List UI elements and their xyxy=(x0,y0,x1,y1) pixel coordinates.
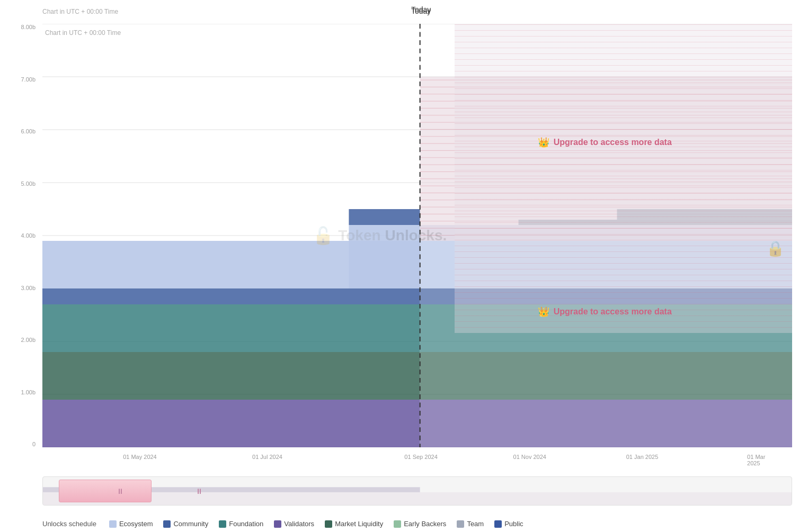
y-label-3: 3.00b xyxy=(21,285,35,291)
legend-dot-early-backers xyxy=(394,520,401,528)
legend-item-team: Team xyxy=(457,520,484,528)
scrollbar-area[interactable]: ⏸ ⏸ xyxy=(42,476,792,506)
svg-rect-11 xyxy=(42,304,420,352)
svg-rect-31 xyxy=(59,480,792,505)
y-label-1: 1.00b xyxy=(21,389,35,395)
legend-item-market-liquidity: Market Liquidity xyxy=(325,520,383,528)
legend-label-ecosystem: Ecosystem xyxy=(119,520,153,528)
crown-icon-bottom: 👑 xyxy=(538,306,549,318)
legend-label-early-backers: Early Backers xyxy=(404,520,446,528)
svg-rect-10 xyxy=(42,352,420,400)
x-label-sep: 01 Sep 2024 xyxy=(404,454,437,460)
scrollbar-thumb[interactable]: ⏸ ⏸ xyxy=(59,480,152,502)
chart-subtitle: Chart in UTC + 00:00 Time xyxy=(42,8,118,15)
scroll-handle-left[interactable]: ⏸ xyxy=(117,487,124,495)
svg-rect-9 xyxy=(42,400,420,447)
legend-item-ecosystem: Ecosystem xyxy=(109,520,153,528)
upgrade-message-top[interactable]: 👑 Upgrade to access more data xyxy=(538,137,672,148)
svg-rect-16 xyxy=(420,400,792,447)
upgrade-message-bottom[interactable]: 👑 Upgrade to access more data xyxy=(538,306,672,318)
x-label-may: 01 May 2024 xyxy=(123,454,157,460)
legend-label-community: Community xyxy=(173,520,208,528)
legend-label-market-liquidity: Market Liquidity xyxy=(335,520,383,528)
upgrade-text-top: Upgrade to access more data xyxy=(554,138,672,147)
legend-dot-public xyxy=(494,520,502,528)
legend-dot-foundation xyxy=(219,520,226,528)
legend-dot-ecosystem xyxy=(109,520,117,528)
legend-dot-validators xyxy=(274,520,281,528)
upgrade-text-bottom: Upgrade to access more data xyxy=(554,307,672,317)
svg-rect-15 xyxy=(349,209,420,225)
chart-area: Today Chart in UTC + 00:00 Time xyxy=(42,24,792,447)
legend-label-foundation: Foundation xyxy=(229,520,263,528)
svg-rect-17 xyxy=(420,352,792,400)
svg-rect-12 xyxy=(42,288,420,304)
x-label-nov: 01 Nov 2024 xyxy=(513,454,546,460)
x-label-jul: 01 Jul 2024 xyxy=(252,454,282,460)
legend-label-public: Public xyxy=(504,520,523,528)
y-label-5: 5.00b xyxy=(21,181,35,187)
legend-dot-team xyxy=(457,520,464,528)
legend-label-validators: Validators xyxy=(284,520,314,528)
today-label-inner: Today xyxy=(411,7,431,15)
crown-icon-top: 👑 xyxy=(538,137,549,148)
legend-item-early-backers: Early Backers xyxy=(394,520,446,528)
lock-icon: 🔒 xyxy=(766,240,785,257)
legend: Unlocks schedule Ecosystem Community Fou… xyxy=(42,520,792,528)
y-axis: 8.00b 7.00b 6.00b 5.00b 4.00b 3.00b 2.00… xyxy=(0,24,40,447)
y-label-4: 4.00b xyxy=(21,232,35,239)
legend-item-validators: Validators xyxy=(274,520,314,528)
chart-container: 8.00b 7.00b 6.00b 5.00b 4.00b 3.00b 2.00… xyxy=(0,0,808,532)
x-label-mar: 01 Mar 2025 xyxy=(747,454,777,466)
legend-dot-market-liquidity xyxy=(325,520,332,528)
y-label-2: 2.00b xyxy=(21,337,35,343)
scroll-handle-right[interactable]: ⏸ xyxy=(196,487,203,495)
y-label-8: 8.00b xyxy=(21,24,35,30)
upgrade-overlay-top xyxy=(455,24,792,333)
y-label-7: 7.00b xyxy=(21,76,35,83)
chart-subtitle-inner: Chart in UTC + 00:00 Time xyxy=(45,29,121,37)
y-label-6: 6.00b xyxy=(21,128,35,134)
legend-item-foundation: Foundation xyxy=(219,520,263,528)
legend-label-team: Team xyxy=(467,520,484,528)
legend-prefix: Unlocks schedule xyxy=(42,520,96,528)
legend-item-public: Public xyxy=(494,520,523,528)
legend-dot-community xyxy=(163,520,171,528)
svg-rect-14 xyxy=(349,225,420,288)
legend-item-community: Community xyxy=(163,520,208,528)
x-label-jan: 01 Jan 2025 xyxy=(626,454,659,460)
y-label-0: 0 xyxy=(32,441,35,447)
scrollbar-mini-svg xyxy=(43,477,792,505)
